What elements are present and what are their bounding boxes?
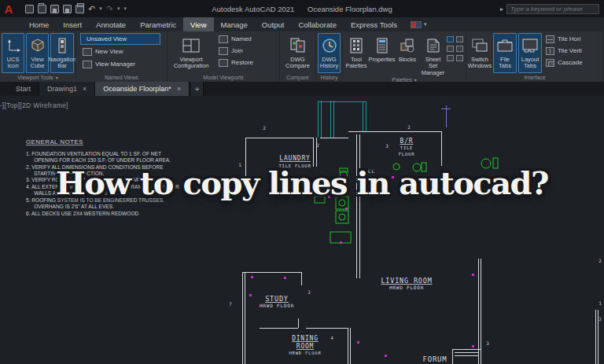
view-cube-icon — [30, 36, 46, 55]
panel-caret-icon: ▾ — [56, 75, 58, 80]
join-viewports-icon — [219, 47, 228, 55]
tab-parametric[interactable]: Parametric — [133, 17, 183, 31]
panel-model-viewports: Viewport Configuration Named Join Restor… — [168, 31, 280, 82]
featured-apps-icon — [411, 21, 422, 28]
count-palette-icon[interactable] — [456, 36, 463, 42]
viewport-configuration-button[interactable]: Viewport Configuration — [169, 33, 213, 73]
dwg-history-button[interactable]: DWG History — [318, 33, 341, 73]
view-cube-button[interactable]: View Cube — [26, 33, 49, 73]
named-viewports-icon — [219, 35, 228, 43]
dim-number: 2 — [598, 258, 602, 263]
open-file-icon[interactable] — [38, 5, 46, 13]
tab-output[interactable]: Output — [255, 17, 292, 31]
tool-palettes-button[interactable]: Tool Palettes — [344, 33, 368, 77]
panel-label-named-views: Named Views — [76, 73, 167, 82]
redo-icon[interactable]: ↷ — [106, 5, 113, 13]
qat-customize-icon[interactable]: ▾ — [123, 6, 127, 12]
redo-dropdown-icon[interactable]: ▾ — [117, 6, 120, 12]
dim-number: 2 — [263, 125, 266, 131]
restore-viewports-button[interactable]: Restore — [216, 57, 256, 68]
dim-number: 7 — [229, 301, 232, 307]
drawing-canvas[interactable]: [-][Top][2D Wireframe] GENERAL NOTES 1. … — [0, 96, 604, 364]
ucs-icon-button[interactable]: UCS Icon — [2, 33, 24, 73]
tile-vertically-button[interactable]: Tile Verti — [543, 45, 585, 57]
layout-tabs-label: Layout Tabs — [521, 57, 540, 70]
save-as-icon[interactable] — [63, 5, 72, 13]
sheet-set-manager-button[interactable]: Sheet Set Manager — [421, 33, 445, 77]
tab-annotate[interactable]: Annotate — [89, 17, 133, 31]
markup-import-icon[interactable] — [447, 46, 454, 52]
view-manager-button[interactable]: View Manager — [80, 58, 165, 70]
layout-tabs-button[interactable]: Layout Tabs — [518, 33, 542, 73]
undo-dropdown-icon[interactable]: ▾ — [99, 6, 102, 12]
xref-palette-icon[interactable] — [456, 46, 463, 52]
panel-interface: Switch Windows File Tabs Layout Tabs — [466, 31, 604, 82]
tile-horizontally-button[interactable]: Tile Hori — [543, 33, 585, 45]
new-drawing-tab-button[interactable]: + — [191, 82, 204, 96]
ucs-icon-label: UCS Icon — [7, 57, 20, 70]
document-title: Oceanside Floorplan.dwg — [308, 5, 392, 13]
titlebar: A ↶ ▾ ↷ ▾ ▾ Autodesk AutoCAD 2021 Oceans… — [0, 0, 604, 17]
panel-label-history: History — [316, 73, 342, 82]
file-tab-oceanside-floorplan[interactable]: Oceanside Floorplan* × — [95, 82, 190, 96]
undo-icon[interactable]: ↶ — [88, 5, 95, 13]
room-sub-br-2: FLOOR — [399, 152, 415, 156]
autocad-logo-icon[interactable]: A — [0, 0, 17, 17]
search-input[interactable] — [506, 4, 599, 14]
tab-view[interactable]: View — [183, 17, 213, 31]
close-icon[interactable]: × — [83, 85, 87, 93]
autocad-window: A ↶ ▾ ↷ ▾ ▾ Autodesk AutoCAD 2021 Oceans… — [0, 0, 604, 364]
panel-label-viewport-tools[interactable]: Viewport Tools ▾ — [0, 73, 76, 82]
tab-home[interactable]: Home — [22, 17, 56, 31]
layout-tabs-icon — [521, 36, 540, 55]
tab-insert[interactable]: Insert — [56, 17, 89, 31]
room-sub-living: HRWD FLOOR — [389, 285, 424, 290]
ucs-icon — [6, 36, 21, 55]
quick-access-toolbar: ↶ ▾ ↷ ▾ ▾ — [25, 5, 127, 13]
close-icon[interactable]: × — [177, 85, 181, 93]
dwg-compare-icon — [289, 36, 308, 55]
tab-express-tools[interactable]: Express Tools — [344, 17, 404, 31]
cascade-button[interactable]: Cascade — [543, 57, 585, 68]
room-sub-dining: HRWD FLOOR — [289, 351, 321, 355]
palettes-icon-grid — [447, 33, 464, 77]
dim-number: 1 — [598, 300, 602, 306]
design-center-icon[interactable] — [447, 55, 454, 61]
plot-icon[interactable] — [76, 5, 84, 13]
room-label-study: STUDY — [265, 295, 289, 303]
tab-collaborate[interactable]: Collaborate — [291, 17, 344, 31]
dwg-compare-button[interactable]: DWG Compare — [282, 33, 314, 73]
file-tab-start[interactable]: Start — [8, 82, 39, 96]
join-viewports-button[interactable]: Join — [216, 45, 256, 57]
save-icon[interactable] — [50, 5, 59, 13]
cascade-icon — [546, 59, 554, 67]
view-cube-label: View Cube — [31, 57, 45, 70]
sheet-set-manager-icon — [425, 36, 442, 55]
file-tab-bar: Start Drawing1 × Oceanside Floorplan* × … — [0, 82, 604, 96]
panel-history: DWG History History — [316, 31, 343, 82]
view-dropdown[interactable]: Unsaved View — [80, 33, 160, 45]
blocks-button[interactable]: Blocks — [396, 33, 419, 77]
properties-button[interactable]: Properties — [370, 33, 394, 77]
help-search: ▸ — [500, 4, 599, 14]
tab-manage[interactable]: Manage — [214, 17, 255, 31]
chevron-down-icon: ▾ — [424, 21, 427, 28]
named-viewports-button[interactable]: Named — [216, 33, 256, 45]
new-file-icon[interactable] — [25, 5, 34, 13]
command-line-icon[interactable] — [447, 36, 454, 42]
tile-vertically-icon — [546, 47, 554, 55]
featured-apps-button[interactable]: ▾ — [411, 17, 427, 31]
file-tabs-button[interactable]: File Tabs — [493, 33, 517, 73]
room-label-dining-2: ROOM — [296, 343, 314, 350]
dwg-history-icon — [321, 36, 338, 55]
switch-windows-button[interactable]: Switch Windows — [468, 33, 492, 73]
visual-styles-icon[interactable] — [456, 55, 463, 61]
new-view-icon — [83, 48, 92, 56]
panel-label-interface: Interface — [466, 73, 603, 82]
file-tab-drawing1[interactable]: Drawing1 × — [39, 82, 95, 96]
tool-palettes-icon — [348, 36, 365, 55]
dim-number: 2 — [316, 142, 319, 148]
navigation-bar-button[interactable]: Navigation Bar — [50, 33, 74, 73]
dwg-history-label: DWG History — [320, 57, 338, 70]
new-view-button[interactable]: New View — [80, 46, 165, 57]
